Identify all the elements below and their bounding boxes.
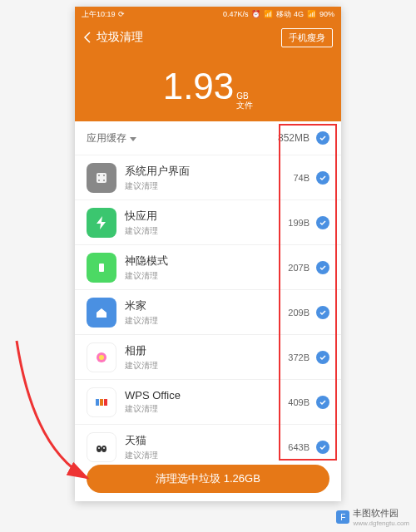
svg-rect-5 [99,264,104,272]
app-row[interactable]: 米家建议清理209B [75,289,341,334]
app-row[interactable]: WPS Office建议清理409B [75,379,341,424]
app-row[interactable]: 系统用户界面建议清理74B [75,155,341,200]
status-battery: 90% [319,10,334,18]
svg-point-4 [103,180,105,181]
app-hint: 建议清理 [125,360,288,372]
total-value: 1.93 [163,66,235,107]
back-button[interactable]: 垃圾清理 [83,30,143,45]
status-speed: 0.47K/s [223,10,249,18]
app-row[interactable]: 天猫建议清理643B [75,424,341,466]
app-name: WPS Office [125,389,288,401]
app-text: WPS Office建议清理 [125,389,288,415]
svg-point-3 [98,180,100,181]
app-text: 系统用户界面建议清理 [125,164,293,192]
app-icon [87,342,116,372]
app-name: 天猫 [125,433,288,448]
svg-point-13 [98,447,100,449]
app-size: 372B [288,352,310,362]
app-text: 天猫建议清理 [125,433,288,461]
app-hint: 建议清理 [125,450,288,461]
app-name: 神隐模式 [125,254,288,268]
app-hint: 建议清理 [125,270,288,282]
alarm-icon: ⏰ [251,10,260,18]
app-text: 米家建议清理 [125,298,288,327]
app-icon [87,208,116,238]
section-total: 852MB [278,132,310,144]
app-row[interactable]: 神隐模式建议清理207B [75,244,341,289]
status-carrier: 移动 4G [276,9,304,20]
svg-rect-9 [100,399,103,406]
chevron-down-icon [130,137,136,141]
app-icon [87,163,116,193]
section-header[interactable]: 应用缓存 852MB [75,121,341,155]
app-checkbox[interactable] [316,396,329,409]
app-name: 相册 [125,343,288,358]
app-text: 相册建议清理 [125,343,288,372]
total-junk: 1.93 GB 文件 [75,53,341,121]
app-size: 199B [288,218,310,228]
app-size: 74B [293,173,310,183]
app-checkbox[interactable] [316,306,329,319]
app-size: 409B [288,397,310,407]
app-name: 快应用 [125,209,288,224]
app-text: 神隐模式建议清理 [125,254,288,282]
header: 垃圾清理 手机瘦身 [75,22,341,53]
wifi-icon: 📶 [264,10,273,18]
app-icon [87,432,116,462]
signal-icon: 📶 [307,10,316,18]
phone-frame: 上午10:19 ⟳ 0.47K/s ⏰ 📶 移动 4G 📶 90% 垃圾清理 手… [75,7,341,501]
app-icon [87,298,116,328]
svg-point-2 [103,175,105,176]
app-checkbox[interactable] [316,351,329,364]
app-icon [87,387,116,417]
svg-point-7 [99,355,104,360]
svg-point-1 [98,175,100,176]
app-name: 系统用户界面 [125,164,293,179]
section-title: 应用缓存 [87,132,126,144]
clean-button[interactable]: 清理选中垃圾 1.26GB [87,465,329,493]
app-size: 209B [288,308,310,318]
app-hint: 建议清理 [125,315,288,327]
total-unit: GB [236,91,253,101]
total-sub: 文件 [236,101,253,110]
watermark-logo-icon: F [336,510,349,524]
back-icon [83,32,92,43]
app-checkbox[interactable] [316,261,329,274]
app-size: 207B [288,263,310,273]
watermark: F 丰图软件园 www.dgfengtu.com [336,507,409,527]
phone-slim-button[interactable]: 手机瘦身 [281,28,333,47]
app-size: 643B [288,442,310,452]
app-hint: 建议清理 [125,403,288,415]
app-row[interactable]: 相册建议清理372B [75,334,341,379]
app-name: 米家 [125,298,288,313]
app-row[interactable]: 快应用建议清理199B [75,200,341,244]
svg-rect-10 [104,399,107,406]
app-checkbox[interactable] [316,171,329,185]
app-hint: 建议清理 [125,180,293,192]
app-checkbox[interactable] [316,216,329,229]
list-scroll[interactable]: 应用缓存 852MB 系统用户界面建议清理74B快应用建议清理199B神隐模式建… [75,121,341,466]
status-time: 上午10:19 [82,9,116,20]
section-checkbox[interactable] [316,131,329,145]
status-bar: 上午10:19 ⟳ 0.47K/s ⏰ 📶 移动 4G 📶 90% [75,7,341,22]
watermark-url: www.dgfengtu.com [353,520,409,527]
watermark-name: 丰图软件园 [353,507,409,520]
app-checkbox[interactable] [316,441,329,454]
svg-rect-8 [96,399,99,406]
app-icon [87,253,116,283]
svg-rect-0 [97,173,106,183]
app-hint: 建议清理 [125,225,288,237]
header-title: 垃圾清理 [97,30,143,45]
app-text: 快应用建议清理 [125,209,288,237]
svg-point-14 [103,447,105,449]
sync-icon: ⟳ [118,10,125,18]
